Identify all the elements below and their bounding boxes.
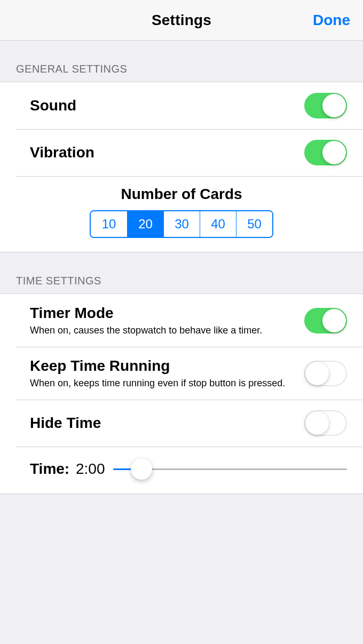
time-label-text: Time: <box>30 460 69 477</box>
time-label: Time: 2:00 <box>30 460 105 478</box>
row-sound: Sound <box>0 82 363 129</box>
row-timer-mode: Timer Mode When on, causes the stopwatch… <box>0 294 363 347</box>
timer-mode-sub: When on, causes the stopwatch to behave … <box>30 325 296 336</box>
row-time-slider: Time: 2:00 <box>0 447 363 494</box>
cards-option-40[interactable]: 40 <box>200 211 236 237</box>
navbar-title: Settings <box>152 12 211 29</box>
cards-title: Number of Cards <box>0 186 363 203</box>
time-slider[interactable] <box>113 458 347 480</box>
timer-mode-label: Timer Mode <box>30 305 296 322</box>
vibration-label: Vibration <box>30 144 296 161</box>
keep-running-toggle[interactable] <box>304 361 347 386</box>
vibration-toggle[interactable] <box>304 140 347 165</box>
row-keep-running: Keep Time Running When on, keeps time ru… <box>0 347 363 400</box>
hide-time-toggle[interactable] <box>304 410 347 436</box>
cards-segmented: 1020304050 <box>90 210 273 238</box>
section-time: Timer Mode When on, causes the stopwatch… <box>0 293 363 494</box>
cards-option-10[interactable]: 10 <box>91 211 127 237</box>
row-cards: Number of Cards 1020304050 <box>0 176 363 252</box>
row-vibration: Vibration <box>0 129 363 176</box>
slider-thumb[interactable] <box>131 458 152 480</box>
sound-label: Sound <box>30 97 296 114</box>
cards-option-50[interactable]: 50 <box>236 211 272 237</box>
row-hide-time: Hide Time <box>0 400 363 447</box>
hide-time-label: Hide Time <box>30 415 296 432</box>
sound-toggle[interactable] <box>304 93 347 118</box>
cards-option-20[interactable]: 20 <box>127 211 163 237</box>
section-header-time: TIME SETTINGS <box>0 252 363 293</box>
timer-mode-toggle[interactable] <box>304 308 347 333</box>
section-header-general: GENERAL SETTINGS <box>0 41 363 82</box>
time-value: 2:00 <box>76 460 105 477</box>
done-button[interactable]: Done <box>313 12 350 29</box>
section-general: Sound Vibration Number of Cards 10203040… <box>0 82 363 252</box>
keep-running-label: Keep Time Running <box>30 357 296 375</box>
navbar: Settings Done <box>0 0 363 41</box>
keep-running-sub: When on, keeps time running even if stop… <box>30 378 296 389</box>
cards-option-30[interactable]: 30 <box>163 211 200 237</box>
